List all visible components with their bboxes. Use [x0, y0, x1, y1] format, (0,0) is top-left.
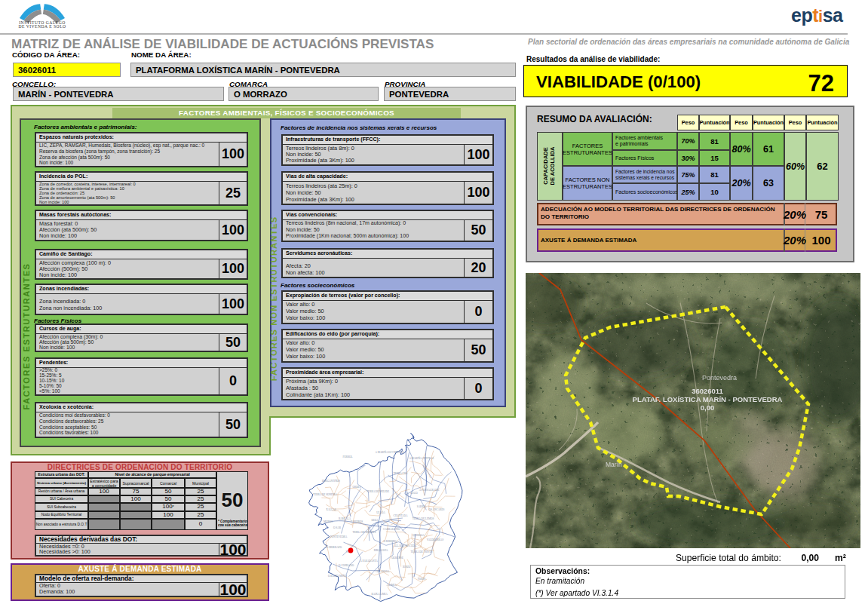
svg-text:TERRA DE MELIDE: TERRA DE MELIDE: [367, 490, 389, 493]
svg-text:Marín: Marín: [606, 461, 622, 468]
svg-text:A PARADANTA: A PARADANTA: [360, 560, 378, 563]
svg-text:CHANTADA: CHANTADA: [394, 514, 408, 517]
svg-text:TERRA DE MONTES: TERRA DE MONTES: [352, 531, 376, 534]
svg-text:A FONSAGRADA: A FONSAGRADA: [419, 489, 440, 492]
svg-text:FERROL: FERROL: [343, 455, 353, 458]
svg-text:A LIMIA: A LIMIA: [387, 584, 397, 587]
svg-text:A MARIÑA OCCIDENTAL: A MARIÑA OCCIDENTAL: [376, 450, 405, 454]
svg-text:ALLARIZ-MACEDA: ALLARIZ-MACEDA: [394, 544, 417, 547]
svg-text:O MORRAZO: O MORRAZO: [327, 546, 342, 549]
svg-text:BERGANTIÑOS: BERGANTIÑOS: [322, 479, 340, 483]
svg-text:BARCALA: BARCALA: [339, 517, 351, 520]
svg-text:CELANOVA: CELANOVA: [376, 570, 390, 573]
svg-text:A MARIÑA CENTRAL: A MARIÑA CENTRAL: [409, 456, 434, 460]
svg-text:QUIROGA: QUIROGA: [413, 534, 425, 537]
svg-text:ULLOA: ULLOA: [376, 511, 385, 514]
svg-text:O BAIXO MIÑO: O BAIXO MIÑO: [328, 574, 346, 578]
svg-text:DEZA: DEZA: [371, 519, 379, 522]
svg-text:VERIN: VERIN: [418, 578, 426, 581]
svg-text:0,00: 0,00: [701, 403, 715, 412]
svg-text:PONTEVEDRA: PONTEVEDRA: [330, 535, 348, 538]
svg-text:OURENSE: OURENSE: [391, 556, 403, 560]
svg-text:36026011: 36026011: [692, 387, 723, 395]
svg-text:RIBADAVIA: RIBADAVIA: [374, 549, 388, 552]
svg-text:TABEIROS: TABEIROS: [351, 520, 363, 523]
svg-text:VALDEORRAS: VALDEORRAS: [427, 538, 443, 541]
svg-text:ORDES: ORDES: [352, 486, 360, 489]
svg-text:O CONDADO: O CONDADO: [339, 564, 354, 567]
svg-text:SARRIA: SARRIA: [417, 505, 427, 508]
svg-text:TERRA DE LEMOS: TERRA DE LEMOS: [413, 517, 434, 520]
svg-text:PLATAF. LOXÍSTICA MARÍN - PONT: PLATAF. LOXÍSTICA MARÍN - PONTEVEDRA: [633, 395, 783, 403]
svg-text:O RIBEIRO: O RIBEIRO: [384, 540, 397, 543]
svg-text:OS ANCARES: OS ANCARES: [429, 508, 445, 511]
svg-text:TERRA DE SONEIRA: TERRA DE SONEIRA: [313, 493, 337, 496]
svg-text:TERRA CHA: TERRA CHA: [394, 472, 408, 475]
svg-text:O SAR: O SAR: [333, 526, 342, 529]
svg-text:CARBALLIÑO: CARBALLIÑO: [383, 527, 400, 531]
svg-text:BAIXA LIMIA: BAIXA LIMIA: [371, 593, 388, 596]
svg-text:Pontevedra: Pontevedra: [702, 374, 737, 382]
svg-text:MUROS: MUROS: [324, 520, 333, 523]
svg-text:XALLAS: XALLAS: [326, 508, 336, 511]
svg-text:XINZO: XINZO: [403, 566, 411, 569]
svg-text:LUGO: LUGO: [410, 492, 418, 495]
svg-text:TERRA DE TRIVES: TERRA DE TRIVES: [411, 550, 433, 553]
